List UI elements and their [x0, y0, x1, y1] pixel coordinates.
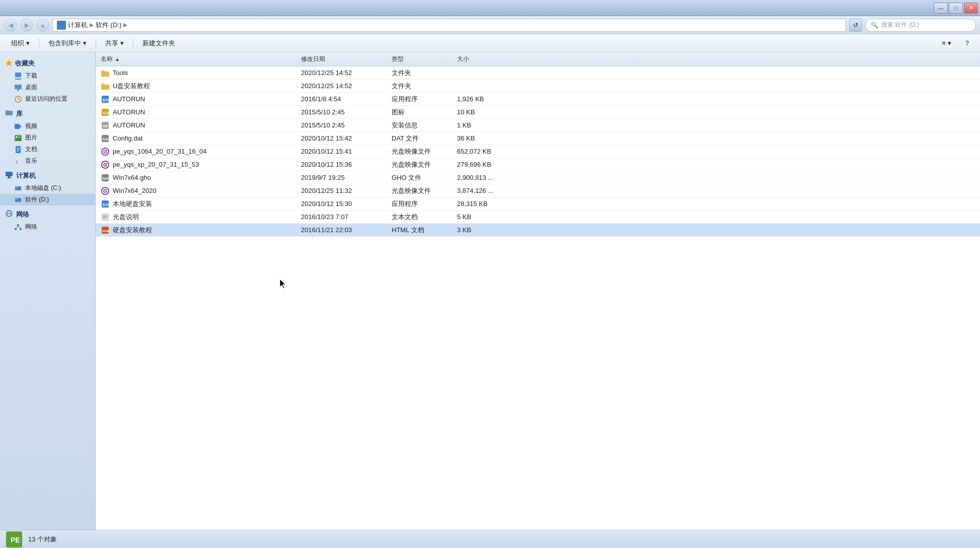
organize-dropdown-icon: ▾ — [26, 39, 30, 47]
music-label: 音乐 — [25, 157, 37, 165]
svg-text:INF: INF — [103, 124, 109, 128]
network-item-label: 网络 — [25, 223, 37, 231]
table-row[interactable]: INF AUTORUN 2015/5/10 2:45 安装信息 1 KB — [96, 119, 980, 132]
table-row[interactable]: 光盘说明 2016/10/23 7:07 文本文档 5 KB — [96, 211, 980, 224]
network-item-icon — [14, 223, 22, 231]
sidebar: ★ 收藏夹 下载 桌面 最近访问的位置 — [0, 52, 96, 530]
library-section: 库 视频 图片 文档 ♪ — [0, 107, 95, 167]
download-label: 下载 — [25, 72, 37, 80]
file-name: Win7x64_2020 — [113, 187, 157, 194]
sidebar-item-download[interactable]: 下载 — [0, 70, 95, 82]
table-row[interactable]: EXE AUTORUN 2016/1/8 4:54 应用程序 1,926 KB — [96, 93, 980, 106]
sidebar-item-desktop[interactable]: 桌面 — [0, 82, 95, 93]
network-header[interactable]: 网络 — [0, 208, 95, 221]
table-row[interactable]: Tools 2020/12/25 14:52 文件夹 — [96, 66, 980, 80]
titlebar-buttons: — □ ✕ — [934, 3, 978, 14]
addressbar: ◀ ▶ ▲ 计算机 ▶ 软件 (D:) ▶ ↺ 🔍 搜索 软件 (D:) — [0, 16, 980, 34]
table-row[interactable]: U盘安装教程 2020/12/25 14:52 文件夹 — [96, 80, 980, 93]
svg-text:PE: PE — [11, 536, 20, 544]
breadcrumb[interactable]: 计算机 ▶ 软件 (D:) ▶ — [52, 19, 846, 32]
minimize-button[interactable]: — — [934, 3, 948, 14]
sidebar-item-image[interactable]: 图片 — [0, 132, 95, 144]
file-size: 5 KB — [453, 213, 518, 221]
svg-text:HTML: HTML — [102, 230, 110, 233]
refresh-button[interactable]: ↺ — [849, 19, 862, 32]
file-date: 2020/12/25 14:52 — [297, 82, 388, 90]
include-dropdown-icon: ▾ — [83, 39, 87, 47]
music-icon: ♪ — [14, 157, 22, 165]
col-header-date[interactable]: 修改日期 — [297, 55, 388, 63]
sidebar-item-recent[interactable]: 最近访问的位置 — [0, 93, 95, 105]
up-button[interactable]: ▲ — [36, 19, 49, 32]
help-button[interactable]: ? — [959, 36, 975, 50]
refresh-icon: ↺ — [853, 22, 858, 29]
file-size: 279,696 KB — [453, 161, 518, 168]
network-section: 网络 网络 — [0, 208, 95, 233]
svg-text:ICO: ICO — [103, 111, 109, 115]
table-row[interactable]: GHO Win7x64.gho 2019/9/7 19:25 GHO 文件 2,… — [96, 171, 980, 184]
forward-button[interactable]: ▶ — [20, 19, 33, 32]
table-row[interactable]: ICO AUTORUN 2015/5/10 2:45 图标 10 KB — [96, 106, 980, 119]
organize-button[interactable]: 组织 ▾ — [5, 36, 36, 50]
back-button[interactable]: ◀ — [4, 19, 17, 32]
help-icon: ? — [965, 39, 969, 47]
file-icon: DAT — [101, 134, 110, 143]
sidebar-item-video[interactable]: 视频 — [0, 120, 95, 132]
file-size: 3 KB — [453, 226, 518, 234]
view-button[interactable]: ≡ ▾ — [936, 36, 957, 50]
col-header-name[interactable]: 名称 ▲ — [96, 55, 297, 63]
close-button[interactable]: ✕ — [964, 3, 978, 14]
col-header-type[interactable]: 类型 — [388, 55, 453, 63]
file-icon: HTML — [101, 226, 110, 235]
file-size: 28,315 KB — [453, 200, 518, 208]
svg-point-30 — [17, 224, 19, 226]
table-row[interactable]: Win7x64_2020 2020/12/25 11:32 光盘映像文件 3,8… — [96, 184, 980, 197]
include-button[interactable]: 包含到库中 ▾ — [42, 36, 93, 50]
svg-point-48 — [105, 164, 106, 165]
svg-rect-24 — [16, 187, 18, 188]
table-row[interactable]: HTML 硬盘安装教程 2016/11/21 22:03 HTML 文档 3 K… — [96, 224, 980, 237]
table-row[interactable]: DAT Config.dat 2020/10/12 15:42 DAT 文件 3… — [96, 132, 980, 145]
toolbar: 组织 ▾ 包含到库中 ▾ 共享 ▾ 新建文件夹 ≡ ▾ ? — [0, 34, 980, 52]
col-header-size[interactable]: 大小 — [453, 55, 518, 63]
computer-header[interactable]: 计算机 — [0, 169, 95, 182]
column-headers: 名称 ▲ 修改日期 类型 大小 — [96, 52, 980, 66]
favorites-header[interactable]: ★ 收藏夹 — [0, 56, 95, 70]
network-icon — [5, 210, 13, 219]
breadcrumb-sep2: ▶ — [123, 22, 127, 28]
file-size: 3,874,126 ... — [453, 187, 518, 194]
file-date: 2015/5/10 2:45 — [297, 108, 388, 116]
breadcrumb-computer[interactable]: 计算机 — [68, 21, 88, 30]
svg-point-53 — [105, 190, 106, 191]
view-dropdown-icon: ▾ — [948, 39, 951, 47]
file-type: 文件夹 — [388, 82, 453, 91]
table-row[interactable]: EXE 本地硬盘安装 2020/10/12 15:30 应用程序 28,315 … — [96, 197, 980, 211]
table-row[interactable]: pe_yqs_xp_20_07_31_15_53 2020/10/12 15:3… — [96, 158, 980, 171]
sidebar-item-music[interactable]: ♪ 音乐 — [0, 155, 95, 167]
maximize-button[interactable]: □ — [949, 3, 963, 14]
cdrive-label: 本地磁盘 (C:) — [25, 184, 61, 192]
library-header[interactable]: 库 — [0, 107, 95, 120]
file-date: 2020/12/25 14:52 — [297, 69, 388, 77]
recent-icon — [14, 95, 22, 103]
sidebar-item-ddrive[interactable]: 软件 (D:) — [0, 194, 95, 206]
svg-text:EXE: EXE — [103, 202, 110, 207]
sidebar-item-doc[interactable]: 文档 — [0, 144, 95, 155]
file-date: 2019/9/7 19:25 — [297, 174, 388, 181]
file-list: Tools 2020/12/25 14:52 文件夹 U盘安装教程 2020/1… — [96, 66, 980, 237]
sidebar-item-cdrive[interactable]: 本地磁盘 (C:) — [0, 182, 95, 194]
back-icon: ◀ — [9, 22, 13, 29]
search-bar[interactable]: 🔍 搜索 软件 (D:) — [865, 19, 976, 32]
toolbar-sep1 — [39, 38, 39, 48]
computer-section: 计算机 本地磁盘 (C:) 软件 (D:) — [0, 169, 95, 206]
new-folder-button[interactable]: 新建文件夹 — [136, 36, 181, 50]
share-button[interactable]: 共享 ▾ — [99, 36, 130, 50]
breadcrumb-drive[interactable]: 软件 (D:) — [96, 21, 121, 30]
file-area: 名称 ▲ 修改日期 类型 大小 Tools 2020/12/25 14:52 文… — [96, 52, 980, 530]
svg-marker-11 — [20, 125, 22, 128]
file-type: 安装信息 — [388, 121, 453, 130]
favorites-label: 收藏夹 — [15, 59, 35, 68]
sidebar-item-network[interactable]: 网络 — [0, 221, 95, 233]
file-type: 光盘映像文件 — [388, 186, 453, 195]
table-row[interactable]: pe_yqs_1064_20_07_31_16_04 2020/10/12 15… — [96, 145, 980, 158]
